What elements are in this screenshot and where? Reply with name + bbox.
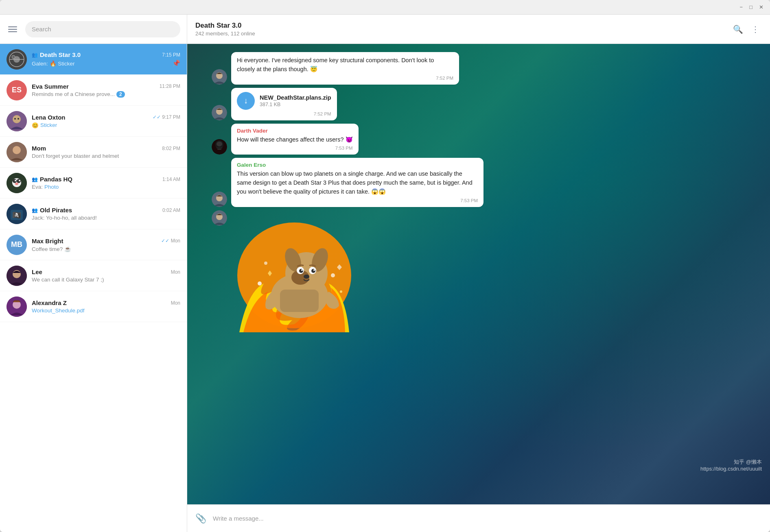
chat-info-alexandra-z: Alexandra Z Mon Workout_Shedule.pdf <box>32 299 180 314</box>
file-info: NEW_DeathStar.plans.zip 387.1 KB <box>260 94 331 107</box>
more-options-button[interactable]: ⋮ <box>749 22 762 37</box>
message-1-time: 7:52 PM <box>237 76 453 81</box>
svg-point-55 <box>340 290 342 293</box>
svg-rect-51 <box>280 290 319 312</box>
close-button[interactable]: ✕ <box>757 3 765 11</box>
app-body: 👥 Death Star 3.0 7:15 PM Galen: 🔥 Sticke… <box>0 15 770 532</box>
chat-name-alexandra-z: Alexandra Z <box>32 299 67 306</box>
avatar-mom <box>7 142 27 162</box>
svg-point-52 <box>258 281 262 286</box>
chat-info-old-pirates: 👥 Old Pirates 0:02 AM Jack: Yo-ho-ho, al… <box>32 207 180 221</box>
chat-header-status: 242 members, 112 online <box>195 31 726 37</box>
chat-time-eva-summer: 11:28 PM <box>160 83 180 89</box>
chat-time-old-pirates: 0:02 AM <box>162 207 180 213</box>
msg-avatar-darth-vader <box>212 139 227 155</box>
file-name: NEW_DeathStar.plans.zip <box>260 94 331 101</box>
chat-item-pandas-hq[interactable]: 👥 Pandas HQ 1:14 AM Eva: Photo <box>0 168 187 198</box>
messages-content: Hi everyone. I've redesigned some key st… <box>212 52 746 332</box>
search-chat-button[interactable]: 🔍 <box>731 22 746 37</box>
chat-time-death-star: 7:15 PM <box>162 52 180 58</box>
message-1-container: Hi everyone. I've redesigned some key st… <box>212 52 746 85</box>
chat-preview-pandas-hq: Eva: Photo <box>32 184 180 190</box>
svg-point-49 <box>313 269 315 271</box>
chat-item-max-bright[interactable]: MB Max Bright ✓✓ Mon Coffee time? ☕ <box>0 229 187 260</box>
chat-info-max-bright: Max Bright ✓✓ Mon Coffee time? ☕ <box>32 238 180 252</box>
svg-point-8 <box>18 118 19 120</box>
group-icon-pirates: 👥 <box>32 207 38 213</box>
msg-avatar-galen-1 <box>212 69 227 85</box>
chat-item-old-pirates[interactable]: 🏴‍☠️ 👥 Old Pirates 0:02 AM Jack: Yo-ho-h… <box>0 198 187 229</box>
chat-name-lena-oxton: Lena Oxton <box>32 114 66 121</box>
message-3: Darth Vader How will these changes affec… <box>231 124 359 155</box>
svg-rect-33 <box>217 149 221 150</box>
avatar-eva-summer: ES <box>7 80 27 100</box>
chat-preview-old-pirates: Jack: Yo-ho-ho, all aboard! <box>32 215 180 221</box>
search-input[interactable] <box>25 21 180 37</box>
sticker-image <box>231 210 357 332</box>
svg-point-6 <box>13 115 21 123</box>
message-3-text: How will these changes affect the users?… <box>237 135 353 144</box>
avatar-alexandra-z <box>7 297 27 317</box>
chat-item-alexandra-z[interactable]: Alexandra Z Mon Workout_Shedule.pdf <box>0 291 187 322</box>
svg-point-17 <box>15 183 18 185</box>
unread-badge-eva: 2 <box>116 91 125 98</box>
message-5-container <box>212 210 746 332</box>
message-1: Hi everyone. I've redesigned some key st… <box>231 52 459 85</box>
chat-header-info: Death Star 3.0 242 members, 112 online <box>195 22 726 37</box>
svg-point-53 <box>264 262 267 265</box>
main-chat: Death Star 3.0 242 members, 112 online 🔍… <box>187 15 770 532</box>
chat-header-name: Death Star 3.0 <box>195 22 726 30</box>
message-4: Galen Erso This version can blow up two … <box>231 158 483 207</box>
chat-preview-lena-oxton: 😊 Sticker <box>32 122 180 129</box>
chat-info-pandas-hq: 👥 Pandas HQ 1:14 AM Eva: Photo <box>32 176 180 190</box>
avatar-death-star <box>7 49 27 70</box>
chat-time-pandas-hq: 1:14 AM <box>162 177 180 182</box>
chat-header: Death Star 3.0 242 members, 112 online 🔍… <box>187 15 770 44</box>
svg-point-47 <box>311 269 315 273</box>
msg-avatar-galen-5 <box>212 210 227 226</box>
message-2-container: ↓ NEW_DeathStar.plans.zip 387.1 KB 7:52 … <box>212 88 746 120</box>
avatar-lena-oxton <box>7 111 27 131</box>
chat-name-pandas-hq: 👥 Pandas HQ <box>32 176 72 183</box>
app-window: − □ ✕ <box>0 0 770 532</box>
svg-point-50 <box>304 275 309 279</box>
double-check-lena: ✓✓ <box>153 114 161 120</box>
message-3-time: 7:53 PM <box>237 146 353 150</box>
chat-preview-eva-summer: Reminds me of a Chinese prove... 2 <box>32 91 180 98</box>
chat-preview-alexandra-z: Workout_Shedule.pdf <box>32 307 180 314</box>
chat-time-lee: Mon <box>171 269 180 275</box>
message-2: ↓ NEW_DeathStar.plans.zip 387.1 KB 7:52 … <box>231 88 337 120</box>
watermark: 知乎 @懒本 https://blog.csdn.net/uuuilt <box>700 458 762 472</box>
chat-name-lee: Lee <box>32 268 42 275</box>
download-button[interactable]: ↓ <box>237 92 255 110</box>
avatar-lee <box>7 266 27 286</box>
message-4-container: Galen Erso This version can blow up two … <box>212 158 746 207</box>
msg-avatar-galen-2 <box>212 105 227 120</box>
avatar-old-pirates: 🏴‍☠️ <box>7 204 27 224</box>
svg-point-31 <box>217 142 222 146</box>
chat-item-eva-summer[interactable]: ES Eva Summer 11:28 PM Reminds me of a C… <box>0 75 187 106</box>
chat-item-death-star[interactable]: 👥 Death Star 3.0 7:15 PM Galen: 🔥 Sticke… <box>0 44 187 75</box>
chat-item-mom[interactable]: Mom 8:02 PM Don't forget your blaster an… <box>0 137 187 168</box>
chat-info-death-star: 👥 Death Star 3.0 7:15 PM Galen: 🔥 Sticke… <box>32 51 180 67</box>
message-3-container: Darth Vader How will these changes affec… <box>212 124 746 155</box>
minimize-button[interactable]: − <box>738 3 745 11</box>
hamburger-button[interactable] <box>7 25 19 34</box>
message-3-sender: Darth Vader <box>237 128 353 134</box>
svg-point-15 <box>15 180 16 181</box>
group-icon-pandas: 👥 <box>32 177 38 182</box>
message-4-text: This version can blow up two planets on … <box>237 170 478 196</box>
svg-point-7 <box>14 118 16 120</box>
maximize-button[interactable]: □ <box>748 3 754 11</box>
file-bubble: ↓ NEW_DeathStar.plans.zip 387.1 KB <box>237 92 331 110</box>
chat-list: 👥 Death Star 3.0 7:15 PM Galen: 🔥 Sticke… <box>0 44 187 532</box>
chat-preview-max-bright: Coffee time? ☕ <box>32 246 180 252</box>
sidebar-header <box>0 15 187 44</box>
chat-item-lena-oxton[interactable]: Lena Oxton ✓✓ 9:17 PM 😊 Sticker <box>0 106 187 137</box>
msg-avatar-galen-4 <box>212 192 227 207</box>
message-input[interactable] <box>213 515 763 522</box>
chat-info-mom: Mom 8:02 PM Don't forget your blaster an… <box>32 145 180 159</box>
svg-text:🏴‍☠️: 🏴‍☠️ <box>12 211 22 220</box>
chat-item-lee[interactable]: Lee Mon We can call it Galaxy Star 7 ;) <box>0 260 187 291</box>
attach-button[interactable]: 📎 <box>194 512 208 525</box>
